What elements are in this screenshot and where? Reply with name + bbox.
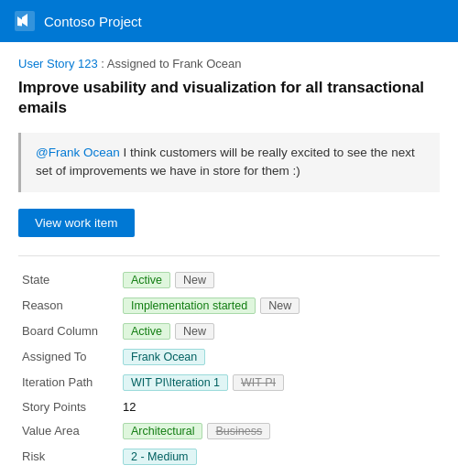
comment-mention[interactable]: @Frank Ocean [36, 146, 120, 159]
field-value: WIT PI\Iteration 1WIT PI [123, 374, 436, 391]
table-row: StateActiveNew [18, 267, 440, 293]
field-tag: 2 - Medium [123, 449, 197, 465]
field-label: Reason [18, 293, 119, 319]
table-row: Assigned ToFrank Ocean [18, 344, 440, 370]
table-row: Story Points12 [18, 395, 440, 418]
field-tag: Active [123, 272, 170, 288]
table-row: Risk2 - Medium [18, 444, 440, 470]
field-tag: Business [207, 423, 270, 439]
breadcrumb-separator: : Assigned to Frank Ocean [98, 57, 242, 70]
comment-box: @Frank Ocean I think customers will be r… [18, 133, 440, 192]
view-work-item-button[interactable]: View work item [18, 209, 135, 237]
field-label: Iteration Path [18, 370, 119, 395]
field-value: 2 - Medium [123, 449, 436, 465]
breadcrumb: User Story 123 : Assigned to Frank Ocean [18, 57, 440, 70]
header-title: Contoso Project [44, 14, 142, 29]
field-tag: Implementation started [123, 298, 256, 314]
field-tag: WIT PI\Iteration 1 [123, 374, 228, 391]
ms-devops-logo [15, 11, 35, 31]
field-value: 12 [123, 400, 436, 414]
field-tag: Active [123, 323, 170, 340]
table-row: Board ColumnActiveNew [18, 319, 440, 344]
field-value: Implementation startedNew [123, 298, 436, 314]
field-tag: New [175, 272, 214, 288]
work-item-title: Improve usability and visualization for … [18, 78, 440, 118]
field-label: State [18, 267, 119, 293]
table-row: Iteration PathWIT PI\Iteration 1WIT PI [18, 370, 440, 395]
field-value: ActiveNew [123, 272, 436, 288]
field-tag: Frank Ocean [123, 349, 205, 365]
field-tag: Architectural [123, 423, 202, 439]
field-label: Value Area [18, 418, 119, 444]
divider [18, 255, 440, 256]
field-value: Frank Ocean [123, 349, 436, 365]
field-value: ArchitecturalBusiness [123, 423, 436, 439]
main-content: User Story 123 : Assigned to Frank Ocean… [0, 42, 458, 476]
field-label: Board Column [18, 319, 119, 344]
field-label: Assigned To [18, 344, 119, 370]
field-label: Story Points [18, 395, 119, 418]
table-row: ReasonImplementation startedNew [18, 293, 440, 319]
field-tag: New [260, 298, 300, 314]
fields-table: StateActiveNewReasonImplementation start… [18, 267, 440, 470]
field-plain-value: 12 [123, 400, 136, 414]
field-tag: WIT PI [233, 374, 284, 391]
field-value: ActiveNew [123, 323, 436, 340]
field-label: Risk [18, 444, 119, 470]
table-row: Value AreaArchitecturalBusiness [18, 418, 440, 444]
field-tag: New [175, 323, 214, 340]
app-header: Contoso Project [0, 0, 458, 42]
user-story-link[interactable]: User Story 123 [18, 57, 98, 70]
